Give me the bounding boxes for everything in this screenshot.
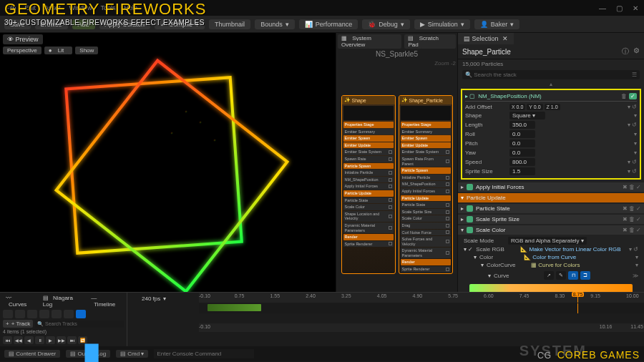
preview-viewport[interactable]: 👁 Preview Perspective ● Lit Show (0, 33, 336, 292)
fps-value[interactable]: 240 fps (142, 295, 160, 302)
color-value[interactable]: 📐 Color from Curve (524, 254, 576, 260)
section-particle-update[interactable]: ▾Particle Update (458, 193, 644, 202)
titlebar: File Edit Asset Window Tools Help — ▢ ✕ (0, 0, 644, 16)
curve-scale-icon[interactable]: ↗ (544, 271, 554, 280)
timeline-clip[interactable] (208, 304, 261, 311)
svg-rect-1 (57, 61, 288, 292)
lit-dropdown[interactable]: ● Lit (44, 47, 73, 54)
checkbox-icon[interactable]: ✓ (629, 93, 637, 99)
baker-button[interactable]: 👤 Baker ▾ (474, 19, 520, 29)
compile-button[interactable]: ✓ Compile ▾ (155, 19, 205, 29)
section-particle-state[interactable]: ▸Particle State✖ 🗑 ✓ (458, 204, 644, 213)
window-maximize[interactable]: ▢ (616, 4, 623, 12)
performance-button[interactable]: 📊 Performance (299, 19, 358, 29)
node-shape-particle[interactable]: ✨ Shape_Particle Properties Stage Emitte… (399, 95, 453, 274)
scale-rgb-value[interactable]: 📐 Make Vector from Linear Color RGB (520, 246, 620, 253)
apply-scratch-button[interactable]: Apply Scratch (99, 19, 151, 29)
svg-rect-0 (66, 77, 241, 253)
tab-selection[interactable]: ▤ Selection ✕ (458, 33, 514, 44)
module-nm-shapeposition: ▸ ▢ NM_ShapePosition (NM) 🗑✓ Add Offset … (461, 89, 641, 180)
selection-title: Shape_Particle (462, 48, 511, 56)
curve-cap2-icon[interactable]: ⊐ (580, 271, 590, 280)
timeline-ruler[interactable]: -0.100.75 1.552.40 3.254.05 4.905.75 6.6… (199, 293, 644, 303)
filter-icon[interactable]: ☰ (632, 72, 637, 78)
sprite-size-field[interactable]: 1.5 (509, 167, 535, 175)
svg-point-5 (214, 140, 215, 141)
svg-point-2 (185, 111, 187, 112)
particle-count: 15,000 Particles (458, 59, 644, 69)
tab-system-overview[interactable]: ▦ System Overview (338, 34, 401, 49)
section-apply-initial-forces[interactable]: ▸Apply Initial Forces✖ 🗑 ✓ (458, 182, 644, 192)
show-dropdown[interactable]: Show (75, 47, 98, 54)
menu-bar: File Edit Asset Window Tools Help (6, 4, 137, 11)
timeline-track[interactable] (199, 303, 644, 313)
menu-help[interactable]: Help (125, 4, 138, 11)
pitch-field[interactable]: 0.0 (509, 140, 535, 147)
node-shape[interactable]: ✨ Shape Properties Stage Emitter Summary… (341, 95, 396, 274)
yaw-field[interactable]: 0.0 (509, 149, 535, 157)
main-toolbar: Save Browse Add Apply Scratch ✓ Compile … (0, 16, 644, 33)
axis-gizmo[interactable] (6, 268, 24, 286)
shape-dropdown[interactable]: Square ▾ (509, 112, 545, 119)
perspective-dropdown[interactable]: Perspective (3, 47, 42, 54)
simulation-button[interactable]: ▶ Simulation ▾ (414, 19, 470, 29)
preview-tab[interactable]: 👁 Preview (3, 34, 43, 44)
system-overview-pane[interactable]: ▦ System Overview ▤ Scratch Pad NS_Spark… (336, 33, 458, 292)
brand-name: COREB GAMES (557, 349, 640, 361)
section-scale-sprite-size[interactable]: ▸Scale Sprite Size✖ 🗑 ✓ (458, 215, 644, 224)
info-icon[interactable]: ⓘ (622, 47, 629, 57)
scale-mode-dropdown[interactable]: RGB and Alpha Separately ▾ (508, 237, 587, 245)
menu-file[interactable]: File (6, 4, 16, 11)
svg-point-4 (171, 132, 172, 134)
menu-tools[interactable]: Tools (101, 4, 116, 11)
curve-edit-icon[interactable]: ✎ (556, 271, 566, 280)
selection-panel: ▤ Selection ✕ Shape_Particle ⓘ⚙ 15,000 P… (458, 33, 644, 292)
thumbnail-button[interactable]: Thumbnail (209, 19, 250, 29)
window-minimize[interactable]: — (599, 4, 606, 12)
section-scale-color[interactable]: ▾Scale Color✖ 🗑 ✓ (458, 225, 644, 235)
playhead[interactable]: 8.75 (577, 293, 578, 303)
speed-field[interactable]: 800.0 (509, 158, 535, 166)
menu-asset[interactable]: Asset (44, 4, 61, 11)
window-close[interactable]: ✕ (633, 4, 638, 12)
save-button[interactable]: Save (4, 19, 31, 29)
bounds-button[interactable]: Bounds ▾ (255, 19, 295, 29)
add-offset-field[interactable]: X 0.0Y 0.0Z 1.0 (509, 104, 562, 110)
browse-button[interactable]: Browse (35, 19, 68, 29)
tab-scratch-pad[interactable]: ▤ Scratch Pad (404, 34, 456, 49)
gear-icon[interactable]: ⚙ (633, 47, 640, 57)
color-gradient[interactable] (469, 284, 633, 292)
curve-cap1-icon[interactable]: ⊓ (568, 271, 578, 280)
menu-edit[interactable]: Edit (25, 4, 36, 11)
system-name: NS_Sparkle5 (338, 50, 456, 58)
debug-button[interactable]: 🐞 Debug ▾ (362, 19, 410, 29)
delete-icon[interactable]: 🗑 (621, 93, 627, 99)
menu-window[interactable]: Window (69, 4, 92, 11)
colorcurve-value[interactable]: ▦ Curve for Colors (531, 262, 580, 268)
zoom-level: Zoom -2 (338, 60, 456, 67)
stack-search[interactable]: 🔍 Search the stack☰ (462, 70, 640, 79)
svg-point-3 (200, 122, 201, 123)
module-title: NM_ShapePosition (NM) (478, 93, 541, 99)
brand-cg: CG (537, 351, 552, 361)
length-field[interactable]: 350.0 (509, 121, 535, 129)
roll-field[interactable]: 0.0 (509, 130, 535, 138)
add-button[interactable]: Add (72, 19, 95, 29)
